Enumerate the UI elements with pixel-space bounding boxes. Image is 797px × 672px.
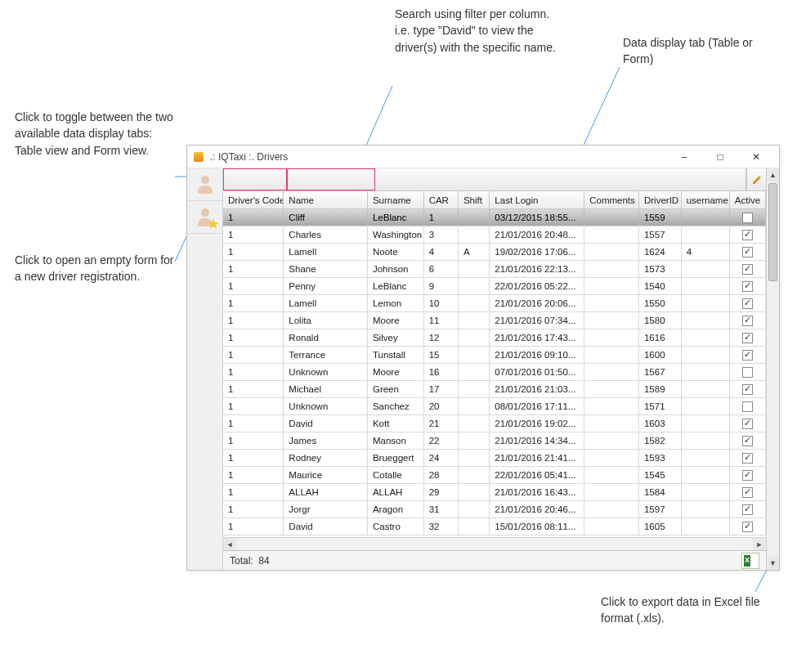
cell-active[interactable]: [730, 278, 766, 294]
cell[interactable]: Shane: [284, 261, 368, 277]
cell[interactable]: [459, 364, 490, 380]
cell[interactable]: 1624: [639, 244, 682, 260]
cell[interactable]: [682, 329, 730, 346]
cell[interactable]: 1580: [639, 312, 682, 329]
cell-active[interactable]: [730, 209, 766, 226]
cell[interactable]: 10: [424, 295, 459, 311]
cell[interactable]: [584, 415, 639, 432]
col-active[interactable]: Active: [730, 191, 766, 208]
cell[interactable]: [584, 329, 639, 346]
cell[interactable]: Maurice: [284, 467, 368, 483]
vertical-scrollbar[interactable]: ▲ ▼: [766, 168, 779, 570]
cell[interactable]: 1: [223, 329, 284, 346]
cell[interactable]: 21/01/2016 19:02...: [490, 415, 584, 432]
cell[interactable]: [459, 501, 490, 517]
col-car[interactable]: CAR: [424, 191, 459, 208]
table-row[interactable]: 1CliffLeBlanc103/12/2015 18:55...1559: [223, 209, 766, 226]
checkbox[interactable]: [742, 213, 753, 223]
cell[interactable]: [459, 347, 490, 363]
checkbox[interactable]: [742, 298, 753, 309]
cell[interactable]: 21/01/2016 21:41...: [490, 450, 584, 466]
cell[interactable]: 1: [223, 518, 284, 535]
table-row[interactable]: 1TerranceTunstall1521/01/2016 09:10...16…: [223, 347, 766, 364]
cell[interactable]: Silvey: [368, 329, 424, 346]
cell[interactable]: 1: [223, 364, 284, 380]
cell[interactable]: [584, 501, 639, 517]
cell[interactable]: [584, 278, 639, 294]
cell[interactable]: Terrance: [284, 347, 368, 363]
close-button[interactable]: ✕: [738, 148, 774, 166]
edit-icon[interactable]: [746, 168, 766, 190]
cell[interactable]: 1573: [639, 261, 682, 277]
cell-active[interactable]: [730, 518, 766, 535]
checkbox[interactable]: [742, 504, 753, 515]
cell[interactable]: [682, 467, 730, 483]
cell[interactable]: LeBlanc: [368, 209, 424, 226]
col-shift[interactable]: Shift: [459, 191, 490, 208]
checkbox[interactable]: [742, 401, 753, 412]
cell[interactable]: 24: [424, 450, 459, 466]
cell[interactable]: 12: [424, 329, 459, 346]
cell[interactable]: [584, 484, 639, 500]
table-row[interactable]: 1JamesManson2221/01/2016 14:34...1582: [223, 432, 766, 450]
cell[interactable]: 22/01/2016 05:22...: [490, 278, 584, 294]
table-row[interactable]: 1CharlesWashington321/01/2016 20:48...15…: [223, 226, 766, 244]
cell[interactable]: 21/01/2016 07:34...: [490, 312, 584, 329]
scroll-down-icon[interactable]: ▼: [767, 557, 779, 570]
cell-active[interactable]: [730, 295, 766, 311]
cell[interactable]: David: [284, 518, 368, 535]
cell[interactable]: [682, 226, 730, 243]
cell-active[interactable]: [730, 329, 766, 346]
cell[interactable]: 4: [424, 244, 459, 260]
new-driver-button[interactable]: [187, 201, 222, 234]
cell[interactable]: Green: [368, 381, 424, 397]
cell[interactable]: A: [459, 244, 490, 260]
scroll-thumb[interactable]: [768, 183, 777, 281]
cell[interactable]: [584, 226, 639, 243]
cell[interactable]: 1: [223, 432, 284, 449]
cell[interactable]: 15/01/2016 08:11...: [490, 518, 584, 535]
titlebar[interactable]: .: IQTaxi :. Drivers – □ ✕: [187, 146, 779, 168]
cell[interactable]: [682, 347, 730, 363]
table-row[interactable]: 1LolitaMoore1121/01/2016 07:34...1580: [223, 312, 766, 329]
cell[interactable]: [682, 518, 730, 535]
cell[interactable]: Penny: [284, 278, 368, 294]
checkbox[interactable]: [742, 281, 753, 292]
cell[interactable]: [459, 467, 490, 483]
cell[interactable]: 1550: [639, 295, 682, 311]
col-code[interactable]: Driver's Code: [223, 191, 284, 208]
cell[interactable]: Lemon: [368, 295, 424, 311]
cell[interactable]: 19/02/2016 17:06...: [490, 244, 584, 260]
cell[interactable]: 1: [223, 278, 284, 294]
cell[interactable]: David: [284, 415, 368, 432]
cell[interactable]: 1: [223, 381, 284, 397]
cell-active[interactable]: [730, 415, 766, 432]
checkbox[interactable]: [742, 333, 753, 343]
cell[interactable]: 31: [424, 501, 459, 517]
checkbox[interactable]: [742, 487, 753, 498]
cell[interactable]: [459, 295, 490, 311]
cell[interactable]: [459, 278, 490, 294]
cell[interactable]: 1: [223, 450, 284, 466]
cell[interactable]: [459, 261, 490, 277]
cell[interactable]: [584, 467, 639, 483]
cell[interactable]: 1: [223, 312, 284, 329]
cell[interactable]: 1571: [639, 398, 682, 414]
table-row[interactable]: 1RodneyBrueggert2421/01/2016 21:41...159…: [223, 450, 766, 467]
cell[interactable]: 15: [424, 347, 459, 363]
filter-code[interactable]: [223, 168, 286, 190]
cell[interactable]: Moore: [368, 364, 424, 380]
cell[interactable]: Ronald: [284, 329, 368, 346]
cell[interactable]: Kott: [368, 415, 424, 432]
cell[interactable]: [459, 518, 490, 535]
cell[interactable]: [682, 501, 730, 517]
cell[interactable]: 21/01/2016 16:43...: [490, 484, 584, 500]
table-row[interactable]: 1UnknownMoore1607/01/2016 01:50...1567: [223, 364, 766, 381]
cell[interactable]: 28: [424, 467, 459, 483]
cell[interactable]: [682, 312, 730, 329]
cell[interactable]: [459, 432, 490, 449]
cell[interactable]: 1: [223, 347, 284, 363]
col-driverid[interactable]: DriverID: [639, 191, 682, 208]
cell[interactable]: ALLAH: [368, 484, 424, 500]
cell[interactable]: 20: [424, 398, 459, 414]
